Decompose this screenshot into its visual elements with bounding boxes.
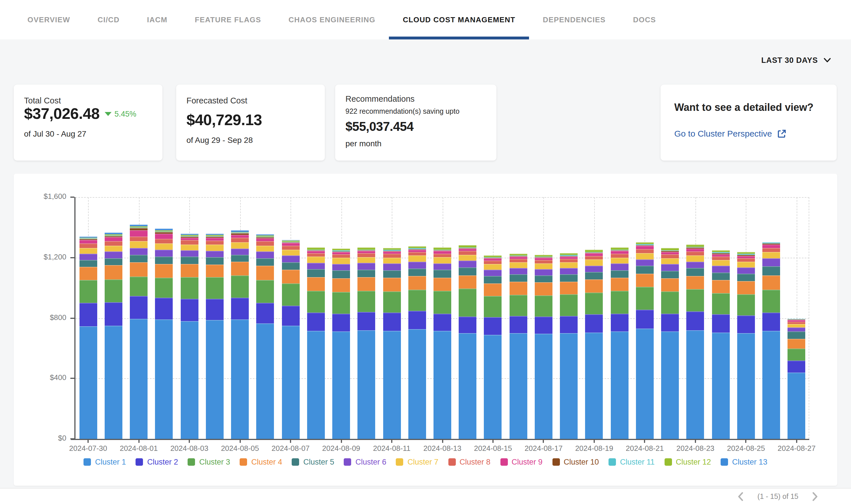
bar-segment-cluster-1	[585, 332, 603, 439]
bar-segment-cluster-4	[737, 281, 755, 294]
bar-2024-08-01[interactable]	[130, 225, 147, 439]
bar-2024-08-21[interactable]	[636, 242, 654, 439]
bar-segment-cluster-8	[155, 239, 173, 244]
tab-overview[interactable]: OVERVIEW	[28, 0, 70, 39]
bar-2024-08-06[interactable]	[257, 234, 274, 439]
tab-dependencies[interactable]: DEPENDENCIES	[543, 0, 606, 39]
cluster-perspective-link[interactable]: Go to Cluster Perspective	[674, 129, 827, 138]
bar-segment-cluster-4	[509, 282, 527, 294]
bar-2024-08-12[interactable]	[409, 246, 426, 439]
bar-segment-cluster-7	[155, 244, 173, 250]
bar-segment-cluster-6	[459, 261, 476, 268]
bar-2024-08-10[interactable]	[358, 248, 376, 439]
pagination-next-button[interactable]	[812, 492, 818, 501]
bar-2024-08-18[interactable]	[560, 253, 578, 439]
bar-segment-cluster-7	[636, 253, 654, 259]
bar-segment-cluster-1	[257, 323, 274, 439]
bar-segment-cluster-2	[105, 302, 122, 326]
bar-segment-cluster-6	[610, 264, 628, 270]
bar-2024-08-13[interactable]	[434, 248, 451, 439]
legend-item-cluster-11[interactable]: Cluster 11	[608, 458, 655, 466]
tab-chaos-engineering[interactable]: CHAOS ENGINEERING	[289, 0, 376, 39]
tab-cloud-cost-management[interactable]: CLOUD COST MANAGEMENT	[403, 0, 516, 39]
bar-2024-08-25[interactable]	[737, 252, 755, 439]
bar-2024-08-03[interactable]	[180, 234, 198, 439]
bar-2024-08-04[interactable]	[206, 234, 224, 439]
bar-segment-cluster-7	[535, 263, 553, 269]
bar-segment-cluster-3	[687, 289, 704, 312]
bar-segment-cluster-5	[459, 268, 476, 275]
bar-2024-08-16[interactable]	[509, 253, 527, 439]
bar-segment-cluster-6	[231, 248, 249, 255]
time-range-dropdown[interactable]: LAST 30 DAYS	[761, 56, 831, 65]
bar-segment-cluster-2	[257, 303, 274, 323]
bar-segment-cluster-9	[231, 235, 249, 238]
bar-2024-08-08[interactable]	[307, 248, 325, 439]
y-axis-tick-label: $1,200	[7, 253, 66, 261]
bar-segment-cluster-9	[509, 256, 527, 259]
bar-2024-08-07[interactable]	[282, 240, 299, 439]
bar-segment-cluster-9	[383, 251, 401, 254]
bar-segment-cluster-1	[712, 332, 729, 439]
bar-segment-cluster-3	[206, 277, 224, 299]
legend-item-cluster-7[interactable]: Cluster 7	[396, 458, 438, 466]
pagination: (1 - 15) of 15	[738, 489, 818, 504]
cost-chart-plot-area: $0$400$800$1,200$1,6002024-07-302024-08-…	[75, 197, 809, 439]
legend-item-cluster-12[interactable]: Cluster 12	[664, 458, 711, 466]
tab-cicd[interactable]: CI/CD	[98, 0, 120, 39]
bar-segment-cluster-5	[585, 272, 603, 279]
bar-2024-07-30[interactable]	[79, 236, 97, 439]
bar-2024-08-24[interactable]	[712, 250, 729, 439]
legend-item-cluster-9[interactable]: Cluster 9	[500, 458, 542, 466]
bar-segment-cluster-2	[687, 312, 704, 330]
legend-swatch	[396, 458, 403, 466]
bar-2024-08-20[interactable]	[610, 248, 628, 439]
legend-item-cluster-8[interactable]: Cluster 8	[448, 458, 490, 466]
legend-item-cluster-3[interactable]: Cluster 3	[188, 458, 230, 466]
bar-2024-08-27[interactable]	[788, 319, 805, 439]
legend-item-cluster-4[interactable]: Cluster 4	[240, 458, 282, 466]
legend-item-cluster-5[interactable]: Cluster 5	[292, 458, 334, 466]
y-axis-tick-label: $800	[7, 313, 66, 321]
bar-segment-cluster-3	[307, 291, 325, 313]
bar-segment-cluster-3	[585, 292, 603, 314]
tab-bar: OVERVIEW CI/CD IACM FEATURE FLAGS CHAOS …	[0, 0, 851, 39]
x-axis-tick	[138, 439, 139, 443]
tab-iacm[interactable]: IACM	[147, 0, 167, 39]
legend-item-cluster-13[interactable]: Cluster 13	[720, 458, 767, 466]
bar-segment-cluster-5	[434, 270, 451, 277]
x-axis-tick	[746, 439, 747, 443]
bar-segment-cluster-5	[636, 266, 654, 273]
bar-segment-cluster-1	[434, 331, 451, 439]
bar-2024-08-17[interactable]	[535, 255, 553, 439]
bar-2024-08-05[interactable]	[231, 230, 249, 439]
bar-2024-08-11[interactable]	[383, 248, 401, 439]
bar-2024-08-15[interactable]	[484, 255, 502, 439]
bar-segment-cluster-4	[155, 264, 173, 278]
bar-2024-08-22[interactable]	[661, 248, 679, 439]
pagination-prev-button[interactable]	[738, 492, 744, 501]
bar-2024-08-09[interactable]	[332, 249, 350, 439]
legend-item-cluster-1[interactable]: Cluster 1	[84, 458, 126, 466]
bar-2024-08-19[interactable]	[585, 250, 603, 439]
cloud-cost-dashboard: OVERVIEW CI/CD IACM FEATURE FLAGS CHAOS …	[0, 0, 851, 504]
legend-label: Cluster 12	[676, 458, 711, 466]
bar-segment-cluster-6	[79, 254, 97, 260]
bar-segment-cluster-2	[459, 317, 476, 333]
bar-2024-08-26[interactable]	[762, 242, 780, 439]
legend-item-cluster-6[interactable]: Cluster 6	[344, 458, 386, 466]
bar-segment-cluster-7	[130, 241, 147, 248]
tab-feature-flags[interactable]: FEATURE FLAGS	[195, 0, 261, 39]
chart-legend: Cluster 1Cluster 2Cluster 3Cluster 4Clus…	[14, 458, 837, 466]
legend-item-cluster-10[interactable]: Cluster 10	[552, 458, 599, 466]
bar-2024-08-14[interactable]	[459, 245, 476, 439]
bar-2024-08-23[interactable]	[687, 245, 704, 439]
triangle-down-icon	[105, 112, 111, 116]
bar-segment-cluster-2	[282, 306, 299, 326]
bar-segment-cluster-4	[282, 270, 299, 284]
bar-2024-08-02[interactable]	[155, 229, 173, 439]
legend-item-cluster-2[interactable]: Cluster 2	[136, 458, 178, 466]
tab-docs[interactable]: DOCS	[633, 0, 656, 39]
total-cost-change-value: 5.45%	[115, 110, 136, 118]
bar-2024-07-31[interactable]	[105, 233, 122, 439]
